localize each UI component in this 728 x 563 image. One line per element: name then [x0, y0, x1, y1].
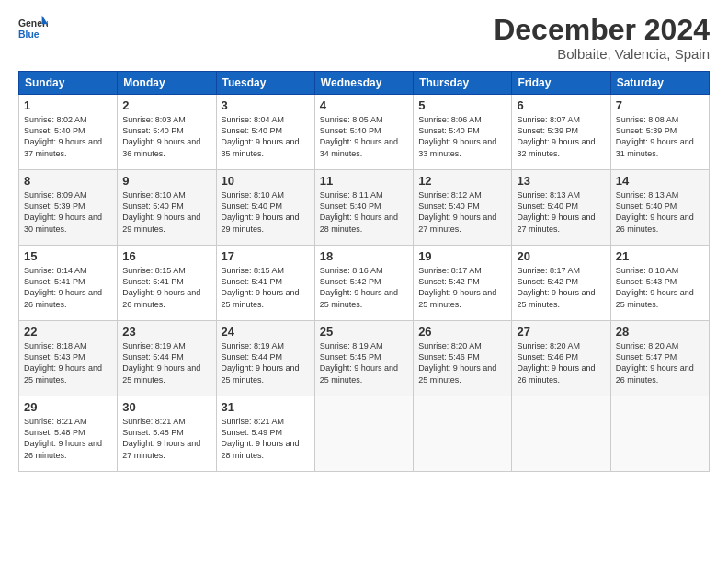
- col-header-thursday: Thursday: [414, 72, 512, 95]
- logo-icon: General Blue: [18, 14, 48, 43]
- calendar-day-cell: [314, 396, 413, 472]
- day-number: 9: [122, 174, 210, 188]
- location: Bolbaite, Valencia, Spain: [494, 46, 710, 62]
- day-info: Sunrise: 8:08 AM Sunset: 5:39 PM Dayligh…: [616, 114, 704, 159]
- day-info: Sunrise: 8:18 AM Sunset: 5:43 PM Dayligh…: [24, 340, 112, 385]
- col-header-sunday: Sunday: [19, 72, 118, 95]
- calendar-week-row: 8 Sunrise: 8:09 AM Sunset: 5:39 PM Dayli…: [19, 170, 710, 246]
- day-info: Sunrise: 8:03 AM Sunset: 5:40 PM Dayligh…: [122, 114, 210, 159]
- svg-text:Blue: Blue: [18, 29, 40, 40]
- day-info: Sunrise: 8:11 AM Sunset: 5:40 PM Dayligh…: [320, 190, 408, 235]
- day-info: Sunrise: 8:10 AM Sunset: 5:40 PM Dayligh…: [222, 190, 310, 235]
- col-header-tuesday: Tuesday: [216, 72, 314, 95]
- calendar-table: SundayMondayTuesdayWednesdayThursdayFrid…: [18, 71, 710, 472]
- calendar-day-cell: 27 Sunrise: 8:20 AM Sunset: 5:46 PM Dayl…: [512, 321, 610, 396]
- calendar-week-row: 29 Sunrise: 8:21 AM Sunset: 5:48 PM Dayl…: [19, 396, 710, 472]
- day-info: Sunrise: 8:21 AM Sunset: 5:48 PM Dayligh…: [122, 416, 210, 461]
- day-number: 17: [222, 249, 310, 263]
- calendar-day-cell: 18 Sunrise: 8:16 AM Sunset: 5:42 PM Dayl…: [314, 246, 413, 321]
- calendar-day-cell: 3 Sunrise: 8:04 AM Sunset: 5:40 PM Dayli…: [216, 95, 314, 170]
- day-info: Sunrise: 8:15 AM Sunset: 5:41 PM Dayligh…: [222, 265, 310, 310]
- calendar-day-cell: 15 Sunrise: 8:14 AM Sunset: 5:41 PM Dayl…: [19, 246, 118, 321]
- day-number: 26: [418, 325, 506, 339]
- calendar-day-cell: 1 Sunrise: 8:02 AM Sunset: 5:40 PM Dayli…: [19, 95, 118, 170]
- day-number: 22: [24, 325, 112, 339]
- day-info: Sunrise: 8:19 AM Sunset: 5:44 PM Dayligh…: [222, 340, 310, 385]
- day-number: 5: [418, 98, 506, 112]
- calendar-day-cell: 23 Sunrise: 8:19 AM Sunset: 5:44 PM Dayl…: [118, 321, 216, 396]
- calendar-day-cell: 24 Sunrise: 8:19 AM Sunset: 5:44 PM Dayl…: [216, 321, 314, 396]
- day-number: 6: [517, 98, 605, 112]
- calendar-day-cell: 19 Sunrise: 8:17 AM Sunset: 5:42 PM Dayl…: [414, 246, 512, 321]
- day-info: Sunrise: 8:21 AM Sunset: 5:48 PM Dayligh…: [24, 416, 112, 461]
- day-info: Sunrise: 8:10 AM Sunset: 5:40 PM Dayligh…: [122, 190, 210, 235]
- day-number: 1: [24, 98, 112, 112]
- day-number: 25: [320, 325, 408, 339]
- day-info: Sunrise: 8:15 AM Sunset: 5:41 PM Dayligh…: [122, 265, 210, 310]
- day-info: Sunrise: 8:04 AM Sunset: 5:40 PM Dayligh…: [222, 114, 310, 159]
- calendar-day-cell: 8 Sunrise: 8:09 AM Sunset: 5:39 PM Dayli…: [19, 170, 118, 246]
- col-header-monday: Monday: [118, 72, 216, 95]
- day-number: 4: [320, 98, 408, 112]
- day-info: Sunrise: 8:18 AM Sunset: 5:43 PM Dayligh…: [616, 265, 704, 310]
- day-number: 31: [222, 400, 310, 414]
- calendar-day-cell: 29 Sunrise: 8:21 AM Sunset: 5:48 PM Dayl…: [19, 396, 118, 472]
- day-number: 2: [122, 98, 210, 112]
- calendar-day-cell: [610, 396, 709, 472]
- calendar-header-row: SundayMondayTuesdayWednesdayThursdayFrid…: [19, 72, 710, 95]
- day-number: 16: [122, 249, 210, 263]
- day-number: 7: [616, 98, 704, 112]
- logo: General Blue: [18, 14, 48, 43]
- col-header-saturday: Saturday: [610, 72, 709, 95]
- day-number: 11: [320, 174, 408, 188]
- calendar-day-cell: [414, 396, 512, 472]
- day-number: 23: [122, 325, 210, 339]
- day-number: 28: [616, 325, 704, 339]
- day-number: 30: [122, 400, 210, 414]
- calendar-week-row: 15 Sunrise: 8:14 AM Sunset: 5:41 PM Dayl…: [19, 246, 710, 321]
- calendar-day-cell: 6 Sunrise: 8:07 AM Sunset: 5:39 PM Dayli…: [512, 95, 610, 170]
- month-title: December 2024: [494, 14, 710, 46]
- calendar-day-cell: 10 Sunrise: 8:10 AM Sunset: 5:40 PM Dayl…: [216, 170, 314, 246]
- day-info: Sunrise: 8:20 AM Sunset: 5:46 PM Dayligh…: [418, 340, 506, 385]
- calendar-day-cell: 16 Sunrise: 8:15 AM Sunset: 5:41 PM Dayl…: [118, 246, 216, 321]
- day-number: 19: [418, 249, 506, 263]
- calendar-day-cell: 14 Sunrise: 8:13 AM Sunset: 5:40 PM Dayl…: [610, 170, 709, 246]
- calendar-day-cell: 25 Sunrise: 8:19 AM Sunset: 5:45 PM Dayl…: [314, 321, 413, 396]
- day-number: 18: [320, 249, 408, 263]
- day-info: Sunrise: 8:14 AM Sunset: 5:41 PM Dayligh…: [24, 265, 112, 310]
- day-number: 20: [517, 249, 605, 263]
- day-info: Sunrise: 8:19 AM Sunset: 5:45 PM Dayligh…: [320, 340, 408, 385]
- title-block: December 2024 Bolbaite, Valencia, Spain: [494, 14, 710, 62]
- calendar-day-cell: 2 Sunrise: 8:03 AM Sunset: 5:40 PM Dayli…: [118, 95, 216, 170]
- day-number: 8: [24, 174, 112, 188]
- day-number: 27: [517, 325, 605, 339]
- day-number: 29: [24, 400, 112, 414]
- day-number: 12: [418, 174, 506, 188]
- day-info: Sunrise: 8:13 AM Sunset: 5:40 PM Dayligh…: [517, 190, 605, 235]
- day-number: 15: [24, 249, 112, 263]
- calendar-day-cell: 30 Sunrise: 8:21 AM Sunset: 5:48 PM Dayl…: [118, 396, 216, 472]
- day-info: Sunrise: 8:13 AM Sunset: 5:40 PM Dayligh…: [616, 190, 704, 235]
- day-info: Sunrise: 8:17 AM Sunset: 5:42 PM Dayligh…: [517, 265, 605, 310]
- calendar-day-cell: 11 Sunrise: 8:11 AM Sunset: 5:40 PM Dayl…: [314, 170, 413, 246]
- calendar-day-cell: 7 Sunrise: 8:08 AM Sunset: 5:39 PM Dayli…: [610, 95, 709, 170]
- day-info: Sunrise: 8:20 AM Sunset: 5:46 PM Dayligh…: [517, 340, 605, 385]
- calendar-day-cell: 20 Sunrise: 8:17 AM Sunset: 5:42 PM Dayl…: [512, 246, 610, 321]
- day-info: Sunrise: 8:17 AM Sunset: 5:42 PM Dayligh…: [418, 265, 506, 310]
- calendar-day-cell: 17 Sunrise: 8:15 AM Sunset: 5:41 PM Dayl…: [216, 246, 314, 321]
- day-info: Sunrise: 8:07 AM Sunset: 5:39 PM Dayligh…: [517, 114, 605, 159]
- day-info: Sunrise: 8:16 AM Sunset: 5:42 PM Dayligh…: [320, 265, 408, 310]
- calendar-week-row: 22 Sunrise: 8:18 AM Sunset: 5:43 PM Dayl…: [19, 321, 710, 396]
- day-info: Sunrise: 8:02 AM Sunset: 5:40 PM Dayligh…: [24, 114, 112, 159]
- day-number: 14: [616, 174, 704, 188]
- calendar-day-cell: 12 Sunrise: 8:12 AM Sunset: 5:40 PM Dayl…: [414, 170, 512, 246]
- calendar-week-row: 1 Sunrise: 8:02 AM Sunset: 5:40 PM Dayli…: [19, 95, 710, 170]
- page-header: General Blue December 2024 Bolbaite, Val…: [18, 14, 710, 62]
- day-info: Sunrise: 8:12 AM Sunset: 5:40 PM Dayligh…: [418, 190, 506, 235]
- calendar-day-cell: 21 Sunrise: 8:18 AM Sunset: 5:43 PM Dayl…: [610, 246, 709, 321]
- calendar-day-cell: 5 Sunrise: 8:06 AM Sunset: 5:40 PM Dayli…: [414, 95, 512, 170]
- day-info: Sunrise: 8:05 AM Sunset: 5:40 PM Dayligh…: [320, 114, 408, 159]
- day-number: 10: [222, 174, 310, 188]
- day-number: 21: [616, 249, 704, 263]
